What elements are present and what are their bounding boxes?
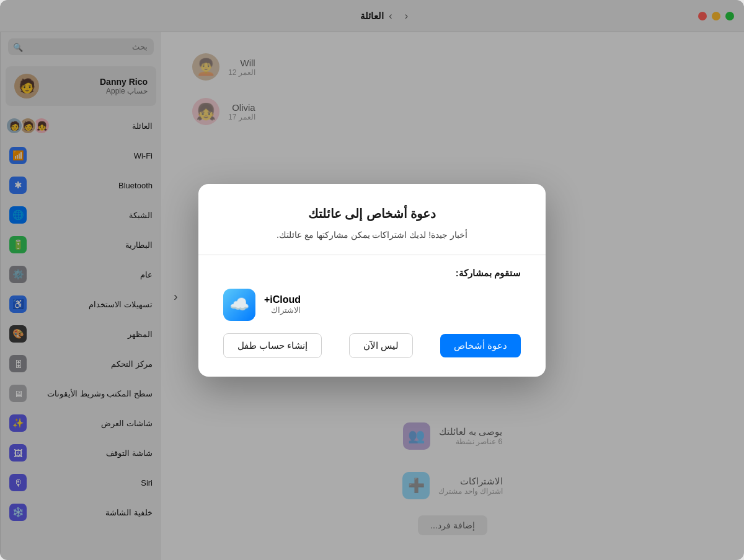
later-button[interactable]: ليس الآن — [349, 333, 413, 358]
icloud-icon: ☁️ — [223, 289, 255, 321]
modal-actions: دعوة أشخاص ليس الآن إنشاء حساب طفل — [223, 333, 521, 358]
modal-overlay: دعوة أشخاص إلى عائلتك أخبار جيدة! لديك ا… — [0, 0, 744, 560]
modal-divider — [198, 255, 546, 255]
modal-subtitle: أخبار جيدة! لديك اشتراكات يمكن مشاركتها … — [223, 230, 521, 240]
service-sub: الاشتراك — [264, 305, 301, 315]
modal-sharing-label: ستقوم بمشاركة: — [223, 268, 521, 279]
service-info: iCloud+ الاشتراك — [264, 294, 301, 315]
child-account-button[interactable]: إنشاء حساب طفل — [223, 333, 322, 358]
service-name: iCloud+ — [264, 294, 301, 305]
modal-title: دعوة أشخاص إلى عائلتك — [223, 206, 521, 221]
app-window: العائلة ‹ › ‹ Will العمر 12 🧑‍🦱 — [0, 0, 744, 560]
modal-service: iCloud+ الاشتراك ☁️ — [223, 289, 521, 321]
invite-button[interactable]: دعوة أشخاص — [440, 334, 521, 357]
invite-modal: دعوة أشخاص إلى عائلتك أخبار جيدة! لديك ا… — [198, 184, 546, 377]
